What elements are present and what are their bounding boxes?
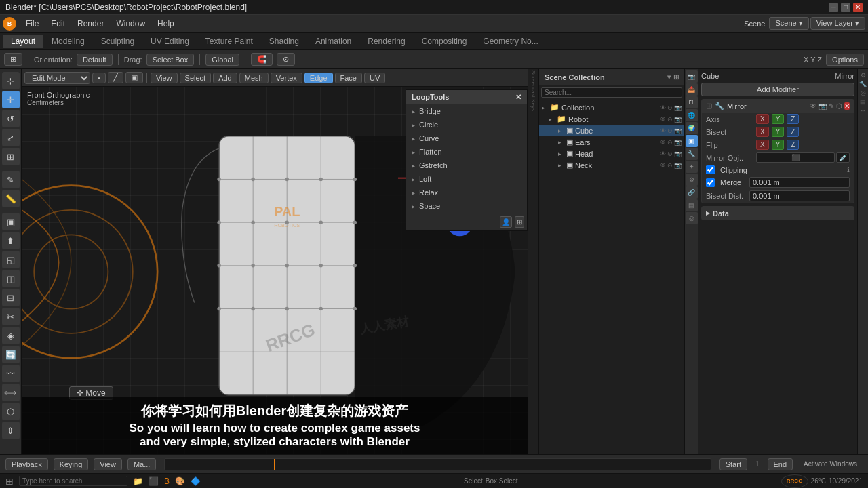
- viewport[interactable]: ✋ PAL ROBOTICS RRCG 人人素材 X Y Z: [22, 69, 528, 454]
- tool-bevel[interactable]: ◫: [2, 270, 20, 287]
- view-layer-selector[interactable]: View Layer ▾: [810, 17, 865, 30]
- looptools-space[interactable]: ▸ Space: [406, 199, 527, 213]
- tool-annotate[interactable]: ✎: [2, 171, 20, 188]
- add-menu-btn[interactable]: Add: [213, 73, 237, 83]
- looptools-header[interactable]: LoopTools ✕: [406, 90, 527, 104]
- tab-texture-paint[interactable]: Texture Paint: [197, 35, 261, 48]
- looptools-bridge[interactable]: ▸ Bridge: [406, 104, 527, 118]
- start-frame-btn[interactable]: Start: [719, 458, 747, 470]
- vertex-mode-btn[interactable]: ▪: [92, 73, 106, 83]
- markers-btn[interactable]: Ma...: [127, 458, 156, 470]
- outliner-filter-icon[interactable]: ▾: [667, 73, 671, 81]
- collection-sel-icon[interactable]: ⊙: [667, 104, 673, 111]
- right-strip-icon3[interactable]: ◎: [861, 89, 866, 96]
- tool-spin[interactable]: 🔄: [2, 346, 20, 363]
- right-strip-icon5[interactable]: ↔: [860, 107, 866, 114]
- modifier-realtime-btn[interactable]: ⬡: [836, 102, 842, 110]
- tool-knife[interactable]: ✂: [2, 308, 20, 325]
- tool-add-cube[interactable]: ▣: [2, 213, 20, 230]
- taskbar-icon2[interactable]: ⬛: [149, 476, 159, 486]
- props-tab-material[interactable]: ◎: [686, 212, 698, 224]
- tree-item-ears[interactable]: ▸ ▣ Ears 👁 ⊙ 📷: [539, 136, 684, 148]
- tool-extrude[interactable]: ⬆: [2, 232, 20, 249]
- collection-ren-icon[interactable]: 📷: [674, 104, 682, 111]
- transform-global[interactable]: Global: [205, 54, 239, 66]
- ears-ren-icon[interactable]: 📷: [674, 139, 682, 146]
- axis-y-btn[interactable]: Y: [772, 114, 785, 124]
- props-tab-constraints[interactable]: 🔗: [686, 186, 698, 199]
- end-frame-btn[interactable]: End: [768, 458, 793, 470]
- select-menu-btn[interactable]: Select: [180, 73, 212, 83]
- tab-animation[interactable]: Animation: [307, 35, 359, 48]
- modifier-edit-btn[interactable]: ✎: [829, 102, 834, 110]
- outliner-search[interactable]: [541, 87, 682, 98]
- head-sel-icon[interactable]: ⊙: [667, 150, 673, 157]
- looptools-loft[interactable]: ▸ Loft: [406, 172, 527, 186]
- mode-selector[interactable]: ⊞: [4, 53, 22, 66]
- snap-button[interactable]: 🧲: [251, 53, 273, 66]
- add-modifier-btn[interactable]: Add Modifier: [701, 83, 854, 96]
- props-tab-object[interactable]: ▣: [686, 135, 698, 147]
- view-menu-btn[interactable]: View: [151, 73, 178, 83]
- tab-modeling[interactable]: Modeling: [43, 35, 93, 48]
- tab-compositing[interactable]: Compositing: [414, 35, 475, 48]
- clipping-checkbox[interactable]: [706, 165, 715, 174]
- uv-menu-btn[interactable]: UV: [364, 73, 385, 83]
- props-tab-render[interactable]: 📷: [686, 70, 698, 83]
- options-btn[interactable]: Options: [826, 54, 864, 66]
- tool-move[interactable]: ✛: [2, 91, 20, 108]
- mode-dropdown[interactable]: Edit Mode Object Mode Sculpt Mode: [24, 72, 90, 84]
- proportional-edit[interactable]: ⊙: [277, 53, 295, 66]
- tab-rendering[interactable]: Rendering: [359, 35, 413, 48]
- looptools-relax[interactable]: ▸ Relax: [406, 186, 527, 199]
- tool-smooth[interactable]: 〰: [2, 365, 20, 382]
- tool-loop-cut[interactable]: ⊟: [2, 289, 20, 306]
- maximize-button[interactable]: □: [841, 3, 850, 12]
- head-ren-icon[interactable]: 📷: [674, 150, 682, 157]
- tool-edge-slide[interactable]: ⟺: [2, 384, 20, 401]
- axis-z-btn[interactable]: Z: [787, 114, 799, 124]
- modifier-toggle-icon[interactable]: ⊞: [706, 102, 712, 110]
- right-strip-icon4[interactable]: ▤: [860, 98, 866, 105]
- modifier-delete-btn[interactable]: ✕: [844, 102, 850, 110]
- props-tab-particles[interactable]: ✦: [686, 161, 698, 173]
- ears-vis-icon[interactable]: 👁: [660, 139, 666, 146]
- props-tab-world[interactable]: 🌍: [686, 122, 698, 134]
- mirror-obj-eyedropper[interactable]: 💉: [836, 152, 850, 163]
- edge-menu-btn[interactable]: Edge: [304, 73, 333, 83]
- ears-sel-icon[interactable]: ⊙: [667, 139, 673, 146]
- bisect-z-btn[interactable]: Z: [787, 127, 799, 137]
- menu-edit[interactable]: Edit: [45, 18, 71, 30]
- close-button[interactable]: ✕: [853, 3, 863, 12]
- menu-window[interactable]: Window: [111, 18, 151, 30]
- tool-shrink-fatten[interactable]: ⬡: [2, 403, 20, 420]
- modifier-eye-btn[interactable]: 👁: [810, 102, 816, 110]
- keying-btn[interactable]: Keying: [54, 458, 89, 470]
- modifier-render-btn[interactable]: 📷: [818, 102, 827, 110]
- data-section-header[interactable]: ▸ Data: [702, 207, 854, 220]
- tool-scale[interactable]: ⤢: [2, 129, 20, 146]
- outliner-display-icon[interactable]: ⊞: [673, 73, 679, 81]
- tab-uv-editing[interactable]: UV Editing: [142, 35, 197, 48]
- props-tab-scene[interactable]: 🌐: [686, 109, 698, 121]
- merge-value-input[interactable]: [749, 177, 850, 188]
- bisect-dist-input[interactable]: [749, 190, 850, 201]
- taskbar-blender-icon[interactable]: B: [164, 476, 170, 486]
- tool-cursor[interactable]: ⊹: [2, 72, 20, 89]
- face-menu-btn[interactable]: Face: [335, 73, 362, 83]
- props-tab-view-layer[interactable]: 🗒: [686, 96, 698, 108]
- mirror-obj-picker[interactable]: ⬛: [756, 152, 835, 163]
- looptools-icon2[interactable]: ⊞: [515, 216, 524, 228]
- right-strip-icon1[interactable]: ⚙: [861, 72, 866, 79]
- tab-layout[interactable]: Layout: [3, 35, 43, 48]
- robot-ren-icon[interactable]: 📷: [674, 116, 682, 123]
- neck-vis-icon[interactable]: 👁: [660, 162, 666, 169]
- scene-selector[interactable]: Scene ▾: [769, 17, 808, 30]
- tab-geometry-nodes[interactable]: Geometry No...: [475, 35, 546, 48]
- edge-mode-btn[interactable]: ╱: [108, 72, 123, 83]
- props-tab-data[interactable]: ▤: [686, 199, 698, 211]
- flip-x-btn[interactable]: X: [756, 140, 769, 150]
- bisect-x-btn[interactable]: X: [756, 127, 769, 137]
- axis-x-btn[interactable]: X: [756, 114, 769, 124]
- view-btn[interactable]: View: [94, 458, 122, 470]
